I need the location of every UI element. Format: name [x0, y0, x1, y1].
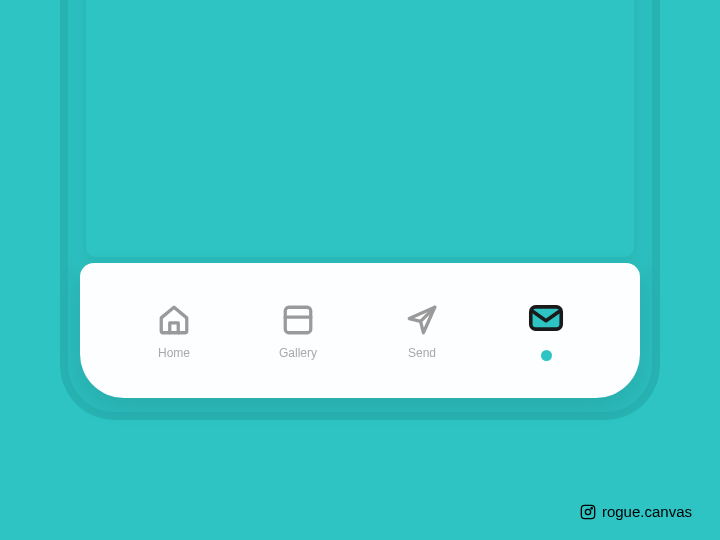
nav-item-gallery[interactable]: Gallery: [268, 302, 328, 360]
device-frame: Home Gallery Send: [60, 0, 660, 420]
svg-point-5: [585, 509, 590, 514]
gallery-icon: [280, 302, 316, 338]
mail-icon: [528, 300, 564, 336]
nav-item-send[interactable]: Send: [392, 302, 452, 360]
nav-label-home: Home: [158, 346, 190, 360]
instagram-icon: [580, 504, 596, 520]
home-icon: [156, 302, 192, 338]
bottom-nav-bar: Home Gallery Send: [80, 263, 640, 398]
screen-content-area: [86, 0, 634, 257]
send-icon: [404, 302, 440, 338]
svg-rect-3: [531, 307, 561, 329]
svg-point-6: [591, 507, 592, 508]
nav-item-mail[interactable]: [516, 300, 576, 361]
nav-label-send: Send: [408, 346, 436, 360]
svg-rect-0: [285, 307, 311, 333]
nav-item-home[interactable]: Home: [144, 302, 204, 360]
nav-label-gallery: Gallery: [279, 346, 317, 360]
active-indicator-dot: [541, 350, 552, 361]
credit-attribution: rogue.canvas: [580, 503, 692, 520]
svg-rect-4: [581, 505, 594, 518]
credit-handle: rogue.canvas: [602, 503, 692, 520]
